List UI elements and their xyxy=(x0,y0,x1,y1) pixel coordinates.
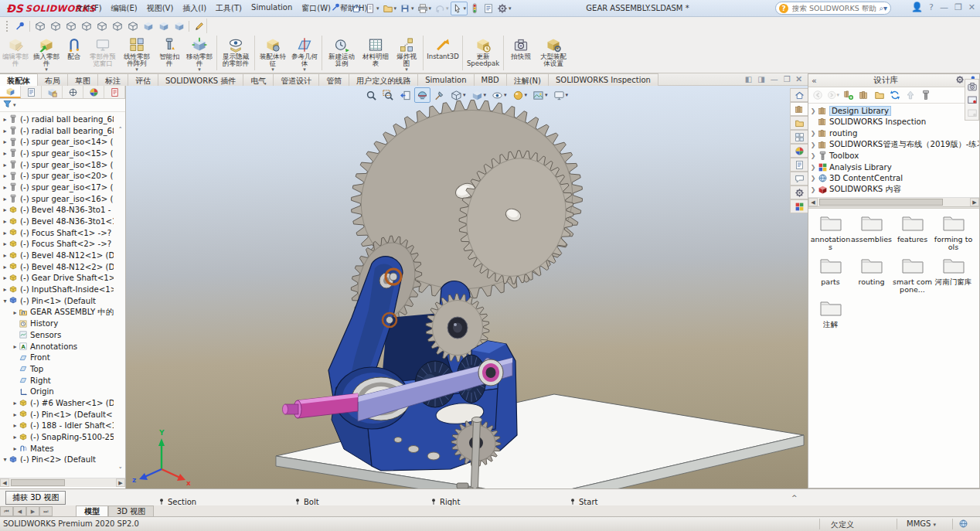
expand-icon[interactable]: ▸ xyxy=(2,196,9,203)
tab-SOLIDWORKS Inspection[interactable]: SOLIDWORKS Inspection xyxy=(549,73,658,86)
tree-item[interactable]: ▸(-) spur gear_iso<14> (ISO - S xyxy=(0,136,114,148)
ribbon-爆炸视图[interactable]: 爆炸视图▾ xyxy=(392,33,421,73)
scroll-right-icon[interactable]: ▶ xyxy=(116,478,125,487)
library-item[interactable]: ❯Analysis Library xyxy=(808,162,979,173)
taskpane-tab-file-explorer[interactable] xyxy=(790,116,808,130)
ribbon-插入零部件[interactable]: 插入零部件▾ xyxy=(31,33,62,73)
library-folder-forming tools[interactable]: forming tools xyxy=(933,213,974,251)
library-options-gear-icon[interactable] xyxy=(955,75,965,87)
restore-button[interactable]: ❐ xyxy=(954,2,962,12)
library-folder-routing[interactable]: routing xyxy=(851,256,892,294)
cube-shaded-edges-icon[interactable] xyxy=(156,19,171,33)
toolbar-grip[interactable] xyxy=(6,21,9,32)
ribbon-拍快照[interactable]: 拍快照 xyxy=(505,33,536,73)
move-up-button[interactable] xyxy=(903,88,917,102)
tab-评估[interactable]: 评估 xyxy=(128,73,158,86)
expand-icon[interactable]: ❯ xyxy=(808,107,818,114)
cube-top-icon[interactable] xyxy=(94,19,109,33)
ribbon-装配体特征[interactable]: 装配体特征▾ xyxy=(257,33,289,73)
taskpane-tab-custom-properties[interactable] xyxy=(790,158,808,172)
library-item[interactable]: ❯3D ContentCentral xyxy=(808,173,979,185)
library-item[interactable]: ❯SOLIDWORKS管道与布线（2019版）-练习文件 xyxy=(808,139,979,151)
expand-icon[interactable]: ▸ xyxy=(2,230,9,237)
scroll-track[interactable] xyxy=(9,478,116,487)
close-button[interactable]: ✕ xyxy=(968,2,975,12)
tab-MBD[interactable]: MBD xyxy=(475,73,507,86)
tree-item[interactable]: ▸(-) radial ball bearing_68_skf< xyxy=(0,114,114,125)
user-icon[interactable]: 👤 xyxy=(911,2,923,12)
tree-item[interactable]: ▸(-) Gear Drive Shaft<1> ->? (D xyxy=(0,273,114,284)
tab-scroll-1[interactable]: ◀ xyxy=(13,506,26,516)
refresh-button[interactable] xyxy=(888,88,902,102)
menu-Simulation[interactable]: Simulation xyxy=(247,0,297,17)
scroll-thumb[interactable] xyxy=(819,199,943,206)
expand-icon[interactable]: ▸ xyxy=(2,240,9,247)
tree-item[interactable]: ▾(-) Pin<1> (Default xyxy=(0,295,114,307)
help-icon[interactable]: ? xyxy=(929,2,934,12)
measure-icon[interactable] xyxy=(192,19,206,33)
tree-item[interactable]: Origin xyxy=(0,386,114,398)
library-folder-annotations[interactable]: annotations xyxy=(810,213,851,251)
pin-toolbar-icon[interactable] xyxy=(331,2,343,15)
tree-item[interactable]: ▸(-) Pin<1> (Default< xyxy=(0,409,114,420)
expand-icon[interactable]: ❯ xyxy=(808,152,818,159)
tab-管道设计[interactable]: 管道设计 xyxy=(274,73,319,86)
tab-标注[interactable]: 标注 xyxy=(98,73,128,86)
new-document-button[interactable]: ▾ xyxy=(363,2,381,15)
open-document-button[interactable]: ▾ xyxy=(381,2,399,15)
tree-item[interactable]: ▸(-) SnapRing-5100-25<1> xyxy=(0,431,114,443)
scroll-track[interactable] xyxy=(818,198,970,206)
tree-item[interactable]: ▸AAnnotations xyxy=(0,341,114,352)
next-pane-icon[interactable]: ◨ xyxy=(757,75,764,83)
library-item[interactable]: ❯Toolbox xyxy=(808,150,979,162)
apply-scene-button[interactable]: ▾ xyxy=(530,87,550,103)
ribbon-Instant3D[interactable]: Instant3D xyxy=(425,33,461,73)
tab-scroll-2[interactable]: ▶ xyxy=(26,506,39,516)
ribbon-配合[interactable]: 配合 xyxy=(62,33,87,73)
collapse-panel-icon[interactable]: « xyxy=(812,76,817,86)
expand-icon[interactable]: ▸ xyxy=(2,128,9,134)
add-file-location-button[interactable] xyxy=(857,88,871,102)
taskpane-tab-solidworks-resources[interactable] xyxy=(790,88,808,102)
file-properties-button[interactable] xyxy=(481,2,495,15)
search-icon[interactable]: ⌕▾ xyxy=(879,4,887,13)
expand-icon[interactable]: ▸ xyxy=(2,218,9,225)
tab-scroll-0[interactable]: ⏮ xyxy=(0,506,13,516)
previous-view-button[interactable] xyxy=(397,87,413,103)
library-folder-河南门窗库[interactable]: 河南门窗库 xyxy=(933,256,974,294)
library-folder-assemblies[interactable]: assemblies xyxy=(851,213,892,251)
taskpane-tab-solidworks-forum[interactable] xyxy=(790,172,808,186)
back-button[interactable] xyxy=(811,88,825,102)
taskpane-tab-solidworks-cam[interactable] xyxy=(790,186,808,199)
pin-view-icon[interactable] xyxy=(12,19,27,33)
tab-SOLIDWORKS 插件[interactable]: SOLIDWORKS 插件 xyxy=(158,73,243,86)
expand-icon[interactable]: ▸ xyxy=(2,150,9,157)
expand-icon[interactable]: ❯ xyxy=(808,164,818,171)
ribbon-编辑零部件[interactable]: 编辑零部件 xyxy=(0,33,31,73)
menu-视图(V)[interactable]: 视图(V) xyxy=(142,0,179,17)
library-item[interactable]: ❯routing xyxy=(808,128,979,139)
tree-item[interactable]: ▸(-) #6 Washer<1> (Defaul xyxy=(0,397,114,409)
tree-item[interactable]: ▸(-) spur gear_iso<18> (ISO - S xyxy=(0,159,114,171)
tree-item[interactable]: ▸(-) Focus Shaft<2> ->? (Defau xyxy=(0,239,114,250)
expand-icon[interactable]: ▸ xyxy=(2,162,9,168)
filter-dropdown-icon[interactable]: ▾ xyxy=(13,102,16,108)
tree-item[interactable]: ▸(-) Bevel 48-N36-3to1<1> (De xyxy=(0,216,114,227)
minimize-button[interactable]: — xyxy=(940,2,948,12)
tree-item[interactable]: ▸(-) spur gear_iso<20> (ISO - S xyxy=(0,170,114,182)
expand-icon[interactable]: ▸ xyxy=(12,309,19,316)
tags-globe-icon[interactable] xyxy=(958,519,968,530)
tree-item[interactable]: ▸(-) Bevel 48-N12<2> (Default< xyxy=(0,261,114,273)
manager-tab-propertymanager[interactable] xyxy=(21,86,42,98)
scroll-left-icon[interactable]: ◀ xyxy=(0,478,9,487)
forward-button[interactable]: ▾ xyxy=(826,88,840,102)
tree-scroll-up[interactable]: ˄ xyxy=(119,126,123,134)
tree-item[interactable]: ▸(-) spur gear_iso<15> (ISO - S xyxy=(0,148,114,159)
expand-icon[interactable]: ▸ xyxy=(12,434,19,441)
expand-icon[interactable]: ▸ xyxy=(2,286,9,293)
tree-item[interactable]: Sensors xyxy=(0,329,114,341)
tree-item[interactable]: ▸(-) radial ball bearing_68_skf< xyxy=(0,125,114,137)
expand-icon[interactable]: ▸ xyxy=(12,411,19,418)
ribbon-材料明细表[interactable]: 材料明细表 xyxy=(359,33,392,73)
tab-装配体[interactable]: 装配体 xyxy=(0,73,38,86)
